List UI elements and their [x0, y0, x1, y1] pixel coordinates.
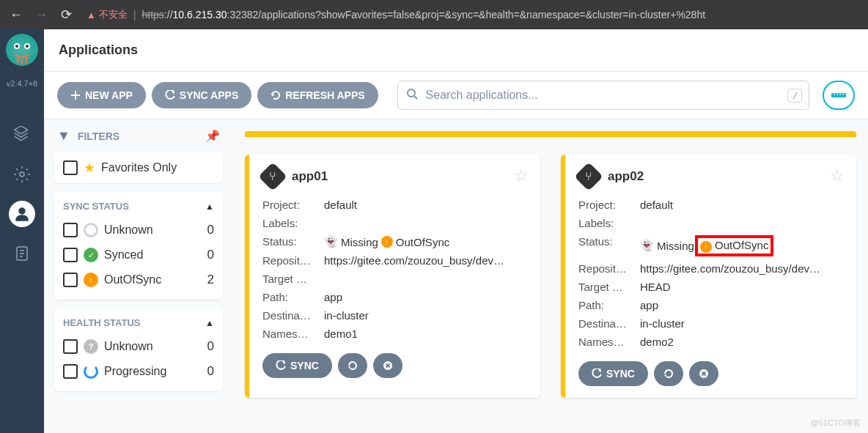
- reload-button[interactable]: ⟳: [56, 4, 76, 25]
- outofsync-status-icon: ↑: [381, 236, 393, 248]
- ghost-icon: 👻: [324, 235, 338, 248]
- user-icon[interactable]: [9, 201, 35, 227]
- sync-icon: [165, 90, 175, 100]
- pin-icon[interactable]: 📌: [205, 129, 220, 143]
- apps-area: ⑂ app01 ☆ Project:default Labels: Status…: [233, 119, 868, 433]
- docs-icon[interactable]: [9, 240, 35, 267]
- favorites-filter[interactable]: ★ Favorites Only: [54, 152, 223, 183]
- git-icon: ⑂: [258, 162, 287, 191]
- collapse-icon[interactable]: ▲: [205, 318, 214, 328]
- unknown-icon: [84, 223, 98, 237]
- delete-app-button[interactable]: [689, 361, 718, 386]
- health-status-section: HEALTH STATUS▲ ?Unknown0 Progressing0: [54, 308, 223, 391]
- url-text: https://10.6.215.30:32382/applications?s…: [142, 9, 706, 21]
- svg-point-2: [15, 45, 18, 48]
- sidebar: v2.4.7+8: [0, 29, 44, 433]
- star-icon: ★: [84, 160, 95, 176]
- filter-row-progressing[interactable]: Progressing0: [63, 359, 214, 384]
- synced-icon: ✓: [84, 248, 98, 262]
- sync-button[interactable]: SYNC: [578, 361, 648, 386]
- argo-logo[interactable]: [6, 34, 38, 66]
- ghost-icon: 👻: [640, 239, 654, 252]
- back-button[interactable]: ←: [6, 4, 26, 25]
- svg-point-3: [26, 45, 29, 48]
- sync-apps-button[interactable]: SYNC APPS: [152, 82, 251, 108]
- refresh-icon: [663, 369, 674, 379]
- refresh-app-button[interactable]: [338, 353, 367, 378]
- settings-icon[interactable]: [9, 161, 35, 188]
- close-icon: [383, 360, 393, 371]
- filter-row-outofsync[interactable]: ↑OutOfSync2: [63, 267, 214, 292]
- ruler-icon: [831, 92, 846, 99]
- refresh-icon: [271, 90, 281, 100]
- content-area: Applications NEW APP SYNC APPS REFRESH A…: [44, 29, 868, 433]
- svg-line-11: [414, 96, 417, 99]
- layers-icon[interactable]: [9, 122, 35, 148]
- slash-hint: /: [787, 89, 802, 103]
- page-title: Applications: [44, 29, 868, 72]
- outofsync-icon: ↑: [84, 273, 98, 287]
- git-icon: ⑂: [574, 162, 603, 191]
- favorite-star[interactable]: ☆: [514, 166, 529, 185]
- view-mode-button[interactable]: [823, 81, 855, 110]
- svg-rect-12: [831, 93, 846, 97]
- svg-point-5: [19, 208, 25, 214]
- funnel-icon: ▼: [57, 128, 70, 144]
- outofsync-status-icon: ↑: [700, 241, 712, 253]
- app-card[interactable]: ⑂ app01 ☆ Project:default Labels: Status…: [245, 155, 540, 398]
- insecure-label: 不安全: [99, 8, 128, 21]
- sync-button[interactable]: SYNC: [262, 353, 332, 378]
- version-label: v2.4.7+8: [7, 79, 38, 88]
- watermark: @51CTO博客: [811, 418, 861, 429]
- svg-point-4: [20, 172, 24, 177]
- filters-header: ▼FILTERS 📌: [54, 128, 223, 144]
- plus-icon: [70, 90, 81, 100]
- delete-app-button[interactable]: [373, 353, 402, 378]
- search-icon: [406, 88, 418, 103]
- app-name: app02: [608, 169, 644, 184]
- refresh-apps-button[interactable]: REFRESH APPS: [257, 82, 378, 108]
- toolbar: NEW APP SYNC APPS REFRESH APPS /: [44, 72, 868, 119]
- refresh-app-button[interactable]: [654, 361, 683, 386]
- status-bar: [245, 131, 856, 137]
- progressing-icon: [84, 364, 98, 379]
- checkbox[interactable]: [63, 160, 78, 175]
- unknown-health-icon: ?: [84, 339, 98, 354]
- sync-status-section: SYNC STATUS▲ Unknown0 ✓Synced0 ↑OutOfSyn…: [54, 192, 223, 300]
- refresh-icon: [347, 360, 358, 371]
- close-icon: [699, 369, 709, 379]
- svg-point-10: [408, 89, 415, 97]
- sync-icon: [592, 369, 602, 379]
- forward-button[interactable]: →: [31, 4, 51, 25]
- collapse-icon[interactable]: ▲: [205, 201, 214, 212]
- new-app-button[interactable]: NEW APP: [57, 82, 146, 108]
- sync-icon: [276, 360, 286, 371]
- favorites-label: Favorites Only: [101, 161, 177, 174]
- filter-row-synced[interactable]: ✓Synced0: [63, 243, 214, 267]
- filter-row-health-unknown[interactable]: ?Unknown0: [63, 334, 214, 359]
- search-wrap: /: [397, 81, 809, 110]
- search-input[interactable]: [397, 81, 809, 110]
- warning-icon: ▲: [87, 10, 96, 21]
- browser-bar: ← → ⟳ ▲不安全 | https://10.6.215.30:32382/a…: [0, 0, 868, 29]
- filters-panel: ▼FILTERS 📌 ★ Favorites Only SYNC STATUS▲…: [44, 119, 233, 433]
- app-name: app01: [292, 169, 328, 184]
- favorite-star[interactable]: ☆: [830, 166, 845, 185]
- filter-row-unknown[interactable]: Unknown0: [63, 218, 214, 243]
- url-bar[interactable]: ▲不安全 | https://10.6.215.30:32382/applica…: [81, 8, 862, 21]
- app-card[interactable]: ⑂ app02 ☆ Project:default Labels: Status…: [561, 155, 856, 398]
